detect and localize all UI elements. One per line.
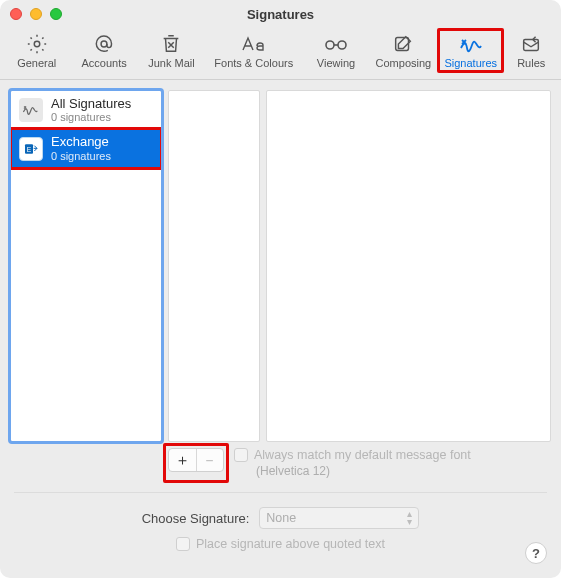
titlebar: Signatures — [0, 0, 561, 28]
signature-icon — [19, 98, 43, 122]
at-icon — [93, 33, 115, 55]
plus-minus: ＋ － — [168, 448, 224, 472]
account-sub: 0 signatures — [51, 111, 131, 123]
tab-composing[interactable]: Composing — [373, 30, 434, 71]
plus-minus-group: ＋ － — [168, 448, 224, 478]
tab-signatures[interactable]: Signatures — [440, 30, 501, 71]
remove-signature-button[interactable]: － — [197, 449, 224, 471]
account-item-exchange[interactable]: E Exchange 0 signatures — [11, 129, 161, 167]
tab-viewing[interactable]: Viewing — [305, 30, 366, 71]
signature-list[interactable] — [168, 90, 260, 442]
svg-rect-5 — [524, 39, 539, 50]
right-options: Always match my default message font (He… — [230, 448, 551, 478]
account-list[interactable]: All Signatures 0 signatures E Exchange 0… — [10, 90, 162, 442]
toolbar: General Accounts Junk Mail Fonts & Colou… — [0, 28, 561, 80]
tab-general[interactable]: General — [6, 30, 67, 71]
account-text: All Signatures 0 signatures — [51, 97, 131, 123]
tab-rules[interactable]: Rules — [507, 30, 555, 71]
chevrons-updown-icon: ▴▾ — [407, 510, 412, 526]
glasses-icon — [323, 33, 349, 55]
svg-text:E: E — [27, 145, 32, 152]
account-text: Exchange 0 signatures — [51, 135, 111, 161]
svg-point-2 — [326, 41, 334, 49]
tab-label: General — [17, 57, 56, 69]
trash-icon — [160, 33, 182, 55]
account-name: Exchange — [51, 135, 111, 149]
tab-fonts-colours[interactable]: Fonts & Colours — [208, 30, 299, 71]
svg-point-1 — [101, 41, 107, 47]
add-signature-button[interactable]: ＋ — [169, 449, 196, 471]
signature-icon — [458, 33, 484, 55]
choose-signature-value: None — [266, 511, 296, 525]
place-above-label: Place signature above quoted text — [196, 537, 385, 551]
tab-label: Rules — [517, 57, 545, 69]
tab-label: Fonts & Colours — [214, 57, 293, 69]
match-font-label: Always match my default message font — [254, 448, 471, 462]
separator — [14, 492, 547, 493]
signature-editor[interactable] — [266, 90, 551, 442]
window-title: Signatures — [0, 7, 561, 22]
font-note: (Helvetica 12) — [234, 464, 551, 478]
match-font-row: Always match my default message font — [234, 448, 551, 462]
svg-point-3 — [338, 41, 346, 49]
account-sub: 0 signatures — [51, 150, 111, 162]
tab-junk-mail[interactable]: Junk Mail — [141, 30, 202, 71]
choose-signature-row: Choose Signature: None ▴▾ — [10, 507, 551, 529]
tab-label: Composing — [376, 57, 432, 69]
help-button[interactable]: ? — [525, 542, 547, 564]
account-item-all[interactable]: All Signatures 0 signatures — [11, 91, 161, 129]
below-panels: ＋ － Always match my default message font… — [10, 442, 551, 478]
place-above-checkbox[interactable] — [176, 537, 190, 551]
tab-label: Junk Mail — [148, 57, 194, 69]
place-above-row: Place signature above quoted text — [10, 537, 551, 551]
gear-icon — [26, 33, 48, 55]
compose-icon — [392, 33, 414, 55]
tab-label: Accounts — [81, 57, 126, 69]
rules-icon — [520, 33, 542, 55]
fonts-icon — [239, 33, 269, 55]
svg-point-0 — [34, 41, 40, 47]
exchange-icon: E — [19, 137, 43, 161]
match-font-checkbox[interactable] — [234, 448, 248, 462]
content-area: All Signatures 0 signatures E Exchange 0… — [0, 80, 561, 578]
preferences-window: Signatures General Accounts Junk Mail F — [0, 0, 561, 578]
choose-signature-label: Choose Signature: — [142, 511, 250, 526]
panels: All Signatures 0 signatures E Exchange 0… — [10, 90, 551, 442]
choose-signature-select[interactable]: None ▴▾ — [259, 507, 419, 529]
tab-label: Viewing — [317, 57, 355, 69]
tab-label: Signatures — [444, 57, 497, 69]
account-name: All Signatures — [51, 97, 131, 111]
tab-accounts[interactable]: Accounts — [73, 30, 134, 71]
